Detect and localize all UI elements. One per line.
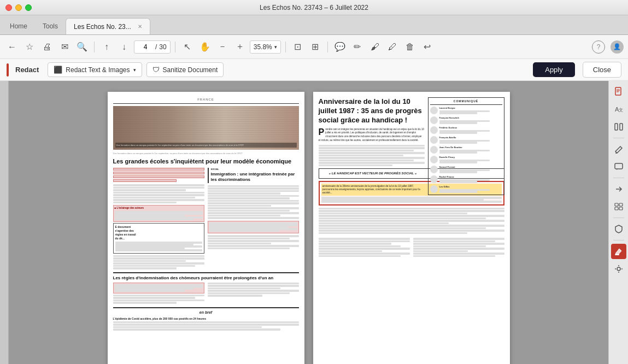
sanitize-label: Sanitize Document (163, 66, 218, 74)
tab-tools[interactable]: Tools (35, 18, 66, 34)
email-btn[interactable]: ✉ (57, 39, 72, 55)
next-page-btn[interactable]: ↓ (116, 39, 132, 55)
contact-item: François Astello (430, 136, 502, 144)
translate-icon[interactable]: A文 (611, 102, 626, 117)
page-total: 30 (159, 43, 166, 51)
contact-info: François Horovitch (439, 116, 502, 124)
print-btn[interactable]: 🖨 (39, 39, 55, 55)
titlebar: Les Echos No. 23743 – 6 Juillet 2022 (0, 0, 628, 15)
redact-text-images-btn[interactable]: ⬛ Redact Text & Images ▾ (48, 62, 142, 77)
contact-item: Jean-Yves De Bouttier (430, 146, 502, 154)
contact-avatar (430, 116, 438, 124)
contact-item: Rachel France (430, 175, 502, 183)
main-article-title: Les grandes écoles s'inquiètent pour leu… (113, 157, 299, 165)
contact-avatar (430, 107, 438, 114)
article-body-para2 (319, 208, 504, 234)
immigration-label: SOCIAL (211, 168, 299, 171)
contact-item: Laurent Burgez (430, 107, 502, 114)
contact-avatar (430, 185, 438, 193)
crop-btn[interactable]: ⊞ (308, 39, 323, 55)
contact-name: Les Gilles (439, 185, 502, 189)
right-sidebar: A文 (608, 81, 628, 364)
share-icon[interactable] (611, 181, 626, 197)
back-btn[interactable]: ← (4, 39, 20, 55)
close-redact-btn[interactable]: Close (583, 62, 621, 78)
contact-item: François Horovitch (430, 116, 502, 124)
main-content-area: FRANCE Une formation dans un campus pari… (0, 81, 628, 364)
help-btn[interactable]: ? (592, 40, 605, 54)
document-box: E documents'agentise desrègles en travai… (113, 223, 204, 254)
redact-indicator (7, 63, 9, 77)
sanitize-btn[interactable]: 🛡 Sanitize Document (146, 62, 224, 77)
contact-info: François Astello (439, 136, 502, 144)
contact-item: Frédéric Ducloux (430, 126, 502, 134)
bookmark-btn[interactable]: ☆ (22, 39, 37, 55)
sidebar-sep-1 (613, 138, 624, 138)
contact-avatar (430, 156, 438, 163)
minimize-window-btn[interactable] (15, 4, 22, 11)
contact-list: Laurent Burgez François Horovitch (430, 107, 502, 193)
document-canvas[interactable]: FRANCE Une formation dans un campus pari… (9, 81, 608, 364)
prev-page-btn[interactable]: ↑ (99, 39, 114, 55)
sidebar-sep-3 (613, 218, 624, 218)
page-navigator[interactable]: / 30 (134, 40, 171, 54)
redact-section-2: ■ L'éclairage des acteurs (113, 205, 204, 222)
article-redacted-section (113, 168, 204, 183)
zoom-out-btn[interactable]: － (215, 39, 230, 55)
edit-icon[interactable] (611, 142, 626, 157)
hand-btn[interactable]: ✋ (197, 39, 213, 55)
highlight-btn[interactable]: 🖌 (367, 39, 383, 55)
immigration-article: SOCIAL Immigration : une intégration fre… (208, 168, 299, 183)
security-icon[interactable] (611, 221, 626, 237)
redact-text-icon: ⬛ (54, 66, 62, 74)
page-input[interactable] (138, 43, 153, 51)
advanced-tools-icon[interactable] (611, 261, 626, 277)
undo-btn[interactable]: ↩ (420, 39, 435, 55)
fit-btn[interactable]: ⊡ (290, 39, 306, 55)
redact-active-icon[interactable] (611, 244, 626, 259)
delete-btn[interactable]: 🗑 (402, 39, 418, 55)
chomeurs-body-2 (208, 283, 299, 297)
window-controls[interactable] (5, 4, 32, 11)
organize-icon[interactable] (611, 199, 626, 214)
contact-avatar (430, 166, 438, 173)
pen-btn[interactable]: ✏ (350, 39, 365, 55)
zoom-display[interactable]: 35.8% ▾ (250, 40, 281, 54)
tab-close-btn[interactable]: ✕ (138, 24, 142, 30)
en-bref-title: en bref (113, 310, 299, 315)
redact-highlight (113, 168, 204, 171)
main-article-cols: ■ L'éclairage des acteurs E documents'ag… (113, 168, 299, 271)
redact-highlight (113, 179, 177, 182)
bottom-body-left (319, 238, 410, 257)
contact-name: François Astello (439, 136, 502, 139)
separator-2 (175, 42, 175, 52)
zoom-dropdown-icon[interactable]: ▾ (274, 44, 277, 50)
bottom-cols (319, 238, 504, 259)
redact-dropdown-icon[interactable]: ▾ (133, 67, 136, 73)
bottom-body-right (413, 238, 504, 257)
apply-btn[interactable]: Apply (533, 62, 575, 77)
help-icon: ? (597, 43, 601, 51)
zoom-out-small-btn[interactable]: 🔍 (74, 39, 90, 55)
comment-btn[interactable]: 💬 (332, 39, 348, 55)
stamp-btn[interactable]: 🖊 (385, 39, 400, 55)
pointer-btn[interactable]: ↖ (180, 39, 195, 55)
tab-document[interactable]: Les Echos No. 23... ✕ (66, 18, 150, 34)
svg-rect-11 (619, 203, 623, 206)
redact-text-images-label: Redact Text & Images (66, 66, 130, 74)
zoom-in-btn[interactable]: ＋ (232, 39, 248, 55)
redact-toolbar: Redact ⬛ Redact Text & Images ▾ 🛡 Saniti… (0, 59, 628, 81)
comment-icon[interactable] (611, 159, 626, 174)
contact-info: Frédéric Ducloux (439, 126, 502, 134)
compare-icon[interactable] (611, 119, 626, 134)
maximize-window-btn[interactable] (25, 4, 32, 11)
close-window-btn[interactable] (5, 4, 12, 11)
tab-home[interactable]: Home (2, 18, 35, 34)
contact-avatar (430, 175, 438, 183)
svg-rect-10 (615, 203, 618, 206)
user-avatar[interactable]: 👤 (611, 40, 624, 54)
pdf-export-icon[interactable] (611, 84, 626, 99)
covid-body (113, 321, 299, 331)
contact-info: Samuel Ferrant (439, 166, 502, 173)
chomeurs-body (113, 295, 204, 304)
